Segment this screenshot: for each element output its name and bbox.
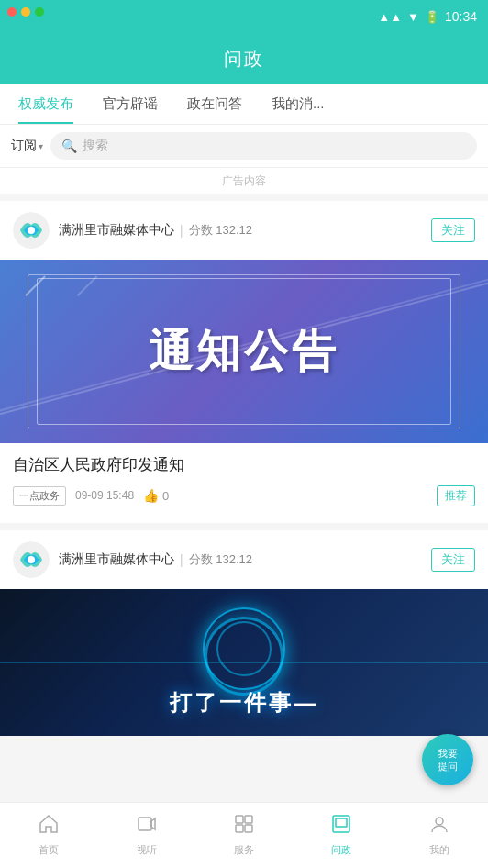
question-icon <box>331 814 351 840</box>
dot-red <box>7 7 17 17</box>
card-1-footer: 一点政务 09-09 15:48 👍 0 推荐 <box>13 485 475 516</box>
tab-my[interactable]: 我的消... <box>257 84 339 124</box>
chevron-down-icon: ▾ <box>39 141 43 151</box>
status-bar: ▲▲ ▼ 🔋 10:34 <box>0 0 488 33</box>
nav-video[interactable]: 视听 <box>97 807 194 864</box>
tab-bar: 权威发布 官方辟谣 政在问答 我的消... <box>0 84 488 125</box>
signal-icon: ▲▲ <box>378 10 402 24</box>
video-icon <box>137 814 157 840</box>
nav-profile-label: 我的 <box>429 843 449 857</box>
card-1-body: 自治区人民政府印发通知 一点政务 09-09 15:48 👍 0 推荐 <box>0 443 488 523</box>
tab-rumor-refute[interactable]: 官方辟谣 <box>88 84 172 124</box>
float-btn-label: 我要 提问 <box>438 747 458 773</box>
card-1-likes: 👍 0 <box>143 488 169 503</box>
nav-services-label: 服务 <box>234 843 254 857</box>
svg-point-3 <box>28 556 35 563</box>
nav-profile[interactable]: 我的 <box>391 807 488 864</box>
like-count: 0 <box>162 489 169 503</box>
meta-divider-1: | <box>180 223 183 238</box>
nav-home-label: 首页 <box>39 843 59 857</box>
card-1-meta: 满洲里市融媒体中心 | 分数 132.12 <box>59 222 422 239</box>
card-2-source: 满洲里市融媒体中心 <box>59 551 174 568</box>
nav-services[interactable]: 服务 <box>195 807 293 864</box>
tab-authority-publish[interactable]: 权威发布 <box>4 84 88 124</box>
nav-question[interactable]: 问政 <box>293 807 390 864</box>
card-1: 满洲里市融媒体中心 | 分数 132.12 关注 通知公告 自治区人民政府印发通… <box>0 201 488 523</box>
card-1-source: 满洲里市融媒体中心 <box>59 222 174 239</box>
svg-rect-4 <box>139 818 151 830</box>
feed: 满洲里市融媒体中心 | 分数 132.12 关注 通知公告 自治区人民政府印发通… <box>0 201 488 817</box>
card-2-meta: 满洲里市融媒体中心 | 分数 132.12 <box>59 551 422 568</box>
svg-point-11 <box>436 818 443 825</box>
card-2: 满洲里市融媒体中心 | 分数 132.12 关注 打了一件事— <box>0 530 488 736</box>
card-1-image-text: 通知公告 <box>149 322 339 381</box>
card-1-tag: 一点政务 <box>13 486 66 506</box>
card-1-score: 分数 132.12 <box>189 222 252 239</box>
dot-green <box>35 7 44 17</box>
card-1-recommend-button[interactable]: 推荐 <box>437 485 475 506</box>
avatar-1 <box>13 212 50 249</box>
card-1-time: 09-09 15:48 <box>75 489 134 502</box>
nav-video-label: 视听 <box>137 843 157 857</box>
app-header: 问政 <box>0 33 488 84</box>
svg-rect-6 <box>245 816 252 823</box>
wifi-icon: ▼ <box>407 10 419 24</box>
dot-yellow <box>21 7 30 17</box>
card-1-title: 自治区人民政府印发通知 <box>13 454 475 476</box>
meta-divider-2: | <box>180 552 183 567</box>
card-2-score: 分数 132.12 <box>189 551 252 568</box>
card-2-follow-button[interactable]: 关注 <box>431 548 475 572</box>
user-icon <box>429 814 449 840</box>
float-ask-button[interactable]: 我要 提问 <box>422 734 473 785</box>
search-icon: 🔍 <box>61 139 77 153</box>
status-icons: ▲▲ ▼ 🔋 10:34 <box>378 9 477 24</box>
status-dots <box>7 7 44 17</box>
subscribe-label: 订阅 <box>11 138 37 154</box>
app-title: 问政 <box>224 47 264 72</box>
card-1-header: 满洲里市融媒体中心 | 分数 132.12 关注 <box>0 201 488 260</box>
battery-icon: 🔋 <box>425 10 439 24</box>
card-2-image-text: 打了一件事— <box>170 688 318 736</box>
bottom-nav: 首页 视听 服务 问政 <box>0 802 488 868</box>
search-placeholder: 搜索 <box>83 138 108 154</box>
like-icon: 👍 <box>143 488 159 503</box>
card-1-follow-button[interactable]: 关注 <box>431 218 475 242</box>
card-1-image: 通知公告 <box>0 260 488 443</box>
card-2-image: 打了一件事— <box>0 589 488 736</box>
subscribe-button[interactable]: 订阅 ▾ <box>11 138 43 154</box>
nav-home[interactable]: 首页 <box>0 807 97 864</box>
nav-question-label: 问政 <box>331 843 351 857</box>
home-icon <box>39 814 59 840</box>
svg-point-1 <box>28 227 35 234</box>
svg-rect-8 <box>245 825 252 832</box>
card-2-header: 满洲里市融媒体中心 | 分数 132.12 关注 <box>0 530 488 589</box>
apps-icon <box>234 814 254 840</box>
tab-govt-qa[interactable]: 政在问答 <box>172 84 257 124</box>
status-time: 10:34 <box>445 9 477 24</box>
svg-rect-10 <box>336 818 347 827</box>
svg-rect-7 <box>236 825 243 832</box>
search-bar: 订阅 ▾ 🔍 搜索 <box>0 125 488 168</box>
svg-rect-5 <box>236 816 243 823</box>
avatar-2 <box>13 541 50 578</box>
search-input-wrap[interactable]: 🔍 搜索 <box>50 132 477 160</box>
partial-card-top: 广告内容 <box>0 168 488 194</box>
